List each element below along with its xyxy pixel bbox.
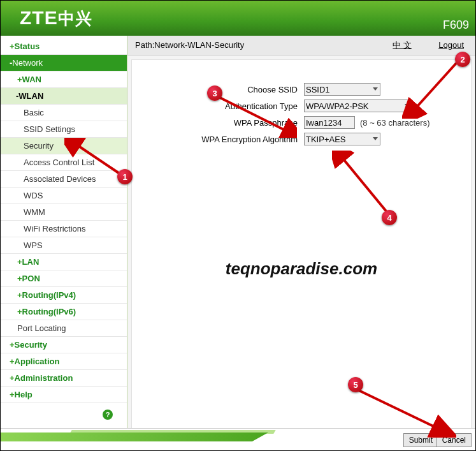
sidebar: +Status -Network +WAN -WLAN Basic SSID S… [1, 36, 127, 429]
breadcrumb: Path:Network-WLAN-Security 中 文 Logout [127, 36, 475, 55]
ssid-select[interactable]: SSID1 [304, 83, 380, 96]
auth-select[interactable]: WPA/WPA2-PSK [304, 100, 412, 112]
sidebar-item-basic[interactable]: Basic [1, 105, 127, 121]
svg-line-2 [217, 96, 287, 131]
svg-line-1 [415, 63, 456, 109]
svg-line-4 [357, 390, 437, 428]
algo-select[interactable]: TKIP+AES [304, 133, 380, 145]
annotation-badge-5: 5 [348, 377, 363, 392]
annotation-arrow-1 [64, 138, 128, 176]
sidebar-item-wds[interactable]: WDS [1, 188, 127, 204]
sidebar-item-routing6[interactable]: +Routing(IPv6) [1, 304, 127, 320]
sidebar-item-wan[interactable]: +WAN [1, 71, 127, 88]
sidebar-item-wlan[interactable]: -WLAN [1, 88, 127, 105]
pass-hint: (8 ~ 63 characters) [360, 118, 429, 128]
annotation-badge-4: 4 [382, 210, 397, 225]
sidebar-item-pon[interactable]: +PON [1, 270, 127, 287]
logo-cn: 中兴 [58, 9, 92, 28]
annotation-badge-2: 2 [455, 52, 470, 67]
logo-en: ZTE [20, 7, 58, 28]
path-label: Path:Network-WLAN-Security [135, 40, 244, 50]
sidebar-item-administration[interactable]: +Administration [1, 370, 127, 387]
annotation-badge-1: 1 [117, 169, 133, 184]
svg-line-0 [76, 144, 119, 173]
watermark: teqnoparadise.com [226, 259, 377, 279]
annotation-arrow-3 [214, 93, 297, 138]
sidebar-item-status[interactable]: +Status [1, 38, 127, 55]
annotation-arrow-4 [332, 151, 396, 214]
annotation-arrow-5 [354, 387, 456, 438]
sidebar-item-help[interactable]: +Help [1, 387, 127, 403]
header: ZTE中兴 F609 [1, 1, 475, 36]
sidebar-item-application[interactable]: +Application [1, 353, 127, 370]
sidebar-item-network[interactable]: -Network [1, 55, 127, 71]
sidebar-item-port-locating[interactable]: Port Locating [1, 320, 127, 337]
sidebar-item-routing4[interactable]: +Routing(IPv4) [1, 287, 127, 304]
annotation-badge-3: 3 [207, 85, 222, 101]
sidebar-item-wifi-restr[interactable]: WiFi Restrictions [1, 221, 127, 237]
logo: ZTE中兴 [20, 7, 92, 30]
help-icon[interactable]: ? [103, 410, 113, 420]
footer-stripe [1, 433, 268, 441]
model-label: F609 [443, 18, 469, 32]
sidebar-item-wmm[interactable]: WMM [1, 204, 127, 221]
sidebar-item-security-top[interactable]: +Security [1, 337, 127, 353]
sidebar-item-lan[interactable]: +LAN [1, 254, 127, 270]
svg-line-3 [342, 157, 386, 211]
passphrase-input[interactable] [304, 116, 355, 129]
annotation-arrow-2 [402, 61, 466, 119]
language-link[interactable]: 中 文 [393, 36, 412, 55]
sidebar-item-ssid-settings[interactable]: SSID Settings [1, 121, 127, 138]
sidebar-item-wps[interactable]: WPS [1, 237, 127, 254]
